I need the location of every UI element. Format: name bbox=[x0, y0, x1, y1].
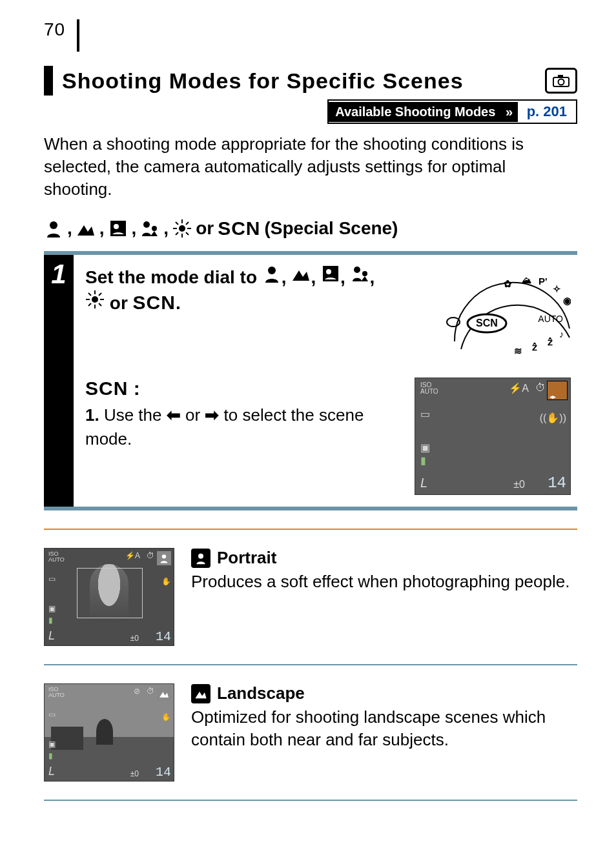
svg-point-22 bbox=[92, 296, 98, 303]
step-title: Set the mode dial to , , , , or SCN. bbox=[85, 264, 429, 316]
portrait-body: Produces a soft effect when photographin… bbox=[191, 570, 577, 593]
exposure-comp-indicator: ±0 bbox=[130, 769, 139, 778]
kids-pets-icon bbox=[140, 219, 159, 238]
svg-text:P': P' bbox=[539, 276, 548, 287]
portrait-icon bbox=[44, 219, 63, 238]
step-1-frame: 1 Set the mode dial to , , , , or SCN. bbox=[44, 251, 577, 510]
substep-text: 1. Use the ⬅ or ➡ to select the scene mo… bbox=[85, 403, 402, 450]
intro-paragraph: When a shooting mode appropriate for the… bbox=[44, 133, 577, 201]
battery-icon: ▮ bbox=[48, 751, 53, 760]
still-camera-mode-icon bbox=[545, 68, 577, 94]
shots-remaining: 14 bbox=[156, 765, 171, 780]
svg-point-2 bbox=[559, 79, 564, 85]
svg-point-20 bbox=[354, 267, 360, 273]
section-title-row: Shooting Modes for Specific Scenes bbox=[44, 66, 577, 96]
landscape-body: Optimized for shooting landscape scenes … bbox=[191, 706, 577, 751]
is-icon: ✋ bbox=[161, 577, 171, 586]
svg-text:≋: ≋ bbox=[514, 345, 522, 356]
divider bbox=[44, 800, 577, 801]
mode-dial-figure: SCN AUTO ✿ ⛰ P' ✧ ◉ ≋ bbox=[442, 264, 571, 361]
battery-icon: ▮ bbox=[48, 616, 53, 625]
header-divider bbox=[77, 19, 79, 52]
is-icon: ✋ bbox=[161, 712, 171, 722]
portrait-name: Portrait bbox=[217, 548, 276, 568]
kids-pets-icon bbox=[351, 264, 370, 283]
exposure-comp-indicator: ±0 bbox=[130, 634, 139, 643]
landscape-icon bbox=[291, 264, 311, 283]
night-snapshot-icon bbox=[321, 264, 340, 283]
svg-line-28 bbox=[99, 303, 101, 306]
landscape-thumbnail: ISO AUTO ⊘ ⏱ ▭ ✋ ▣ ▮ L ±0 14 bbox=[44, 683, 174, 782]
svg-point-17 bbox=[268, 267, 276, 274]
step-number: 1 bbox=[44, 255, 74, 507]
metering-icon: ▣ bbox=[48, 604, 56, 613]
portrait-icon bbox=[262, 264, 282, 283]
svg-text:⛰: ⛰ bbox=[522, 274, 531, 285]
drive-single-icon: ▭ bbox=[48, 574, 56, 583]
svg-point-8 bbox=[179, 225, 185, 232]
modes-heading-or: or bbox=[196, 218, 214, 239]
svg-rect-1 bbox=[558, 75, 563, 78]
self-timer-icon: ⏱ bbox=[147, 687, 154, 696]
landscape-icon bbox=[191, 684, 210, 703]
self-timer-icon: ⏱ bbox=[147, 551, 154, 560]
right-arrow-icon: ➡ bbox=[205, 405, 219, 425]
image-size-L-icon: L bbox=[420, 476, 427, 490]
svg-point-7 bbox=[152, 226, 157, 231]
page: 70 Shooting Modes for Specific Scenes Av… bbox=[0, 0, 616, 868]
is-icon: ((✋)) bbox=[540, 412, 566, 424]
drive-single-icon: ▭ bbox=[420, 408, 430, 420]
svg-text:ẑ: ẑ bbox=[548, 336, 553, 347]
svg-point-21 bbox=[362, 271, 367, 276]
page-number-block: 70 bbox=[44, 19, 577, 52]
svg-line-15 bbox=[186, 222, 189, 225]
svg-line-27 bbox=[88, 293, 91, 296]
svg-point-5 bbox=[114, 224, 119, 229]
scene-mode-highlight-icon bbox=[547, 381, 568, 400]
svg-text:AUTO: AUTO bbox=[538, 314, 563, 324]
iso-auto-icon: ISO AUTO bbox=[48, 687, 65, 698]
svg-text:ẑ: ẑ bbox=[532, 341, 537, 352]
svg-point-45 bbox=[198, 553, 203, 558]
available-modes-row: Available Shooting Modes » p. 201 bbox=[44, 99, 577, 124]
indoor-icon bbox=[172, 219, 192, 238]
modes-heading-tail: (Special Scene) bbox=[264, 218, 398, 239]
svg-point-6 bbox=[143, 221, 150, 228]
svg-text:◉: ◉ bbox=[563, 295, 571, 306]
landscape-icon bbox=[76, 219, 96, 238]
divider bbox=[44, 529, 577, 530]
title-accent-bar bbox=[44, 66, 53, 96]
self-timer-icon: ⏱ bbox=[535, 382, 546, 394]
svg-line-30 bbox=[88, 303, 91, 306]
svg-line-14 bbox=[186, 232, 189, 235]
scn-label: SCN bbox=[218, 217, 260, 239]
left-arrow-icon: ⬅ bbox=[167, 405, 181, 425]
battery-icon: ▮ bbox=[420, 454, 426, 467]
metering-icon: ▣ bbox=[48, 740, 56, 749]
page-number: 70 bbox=[44, 19, 65, 40]
section-title: Shooting Modes for Specific Scenes bbox=[62, 68, 536, 94]
portrait-icon bbox=[191, 549, 210, 568]
svg-text:✧: ✧ bbox=[553, 283, 561, 294]
exposure-comp-indicator: ±0 bbox=[513, 479, 525, 490]
modes-heading: , , , , or SCN (Special Scene) bbox=[44, 217, 577, 239]
shots-remaining: 14 bbox=[156, 629, 171, 644]
drive-single-icon: ▭ bbox=[48, 710, 56, 719]
indoor-icon bbox=[85, 290, 105, 309]
available-modes-link[interactable]: Available Shooting Modes » p. 201 bbox=[327, 99, 577, 124]
lcd-preview-figure: ISO AUTO ⚡A ⏱ ▭ ((✋)) ▣ ▮ L ±0 14 bbox=[415, 378, 571, 495]
scn-heading: SCN bbox=[85, 378, 128, 399]
portrait-description-row: ISO AUTO ⚡A ⏱ ▭ ✋ ▣ ▮ L ±0 14 Portrait P… bbox=[44, 548, 577, 646]
svg-line-13 bbox=[176, 222, 178, 225]
svg-point-19 bbox=[326, 269, 331, 274]
svg-point-44 bbox=[162, 554, 166, 558]
available-modes-label: Available Shooting Modes bbox=[329, 102, 502, 122]
landscape-description-row: ISO AUTO ⊘ ⏱ ▭ ✋ ▣ ▮ L ±0 14 Landscape O… bbox=[44, 683, 577, 782]
divider bbox=[44, 664, 577, 665]
metering-icon: ▣ bbox=[420, 441, 430, 454]
shots-remaining: 14 bbox=[548, 474, 566, 492]
landscape-name: Landscape bbox=[217, 683, 305, 703]
flash-auto-icon: ⚡A bbox=[509, 382, 529, 394]
flash-auto-icon: ⚡A bbox=[125, 551, 140, 560]
iso-auto-icon: ISO AUTO bbox=[48, 551, 65, 563]
